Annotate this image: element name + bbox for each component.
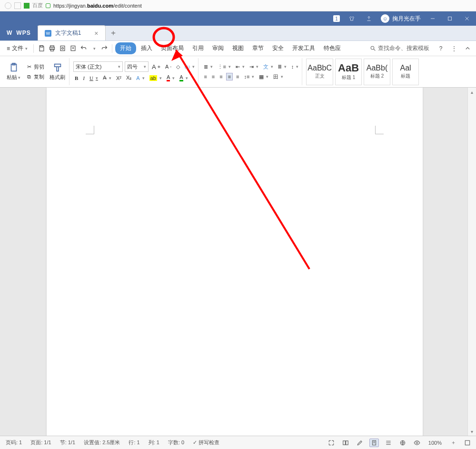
- ribbon-toolbar: 粘贴 ✂剪切 ⧉复制 格式刷 宋体 (正文)▾ 四号▾ A+ A- ◇ ㈥ B …: [0, 56, 476, 88]
- style-heading1[interactable]: AaB标题 1: [335, 59, 362, 85]
- export-icon[interactable]: [68, 43, 78, 54]
- align-justify-button[interactable]: ≡: [226, 73, 233, 80]
- margin-guide-tr: [375, 126, 384, 134]
- phonetic-guide-button[interactable]: ㈥: [183, 63, 196, 71]
- status-section[interactable]: 节: 1/1: [58, 439, 77, 446]
- ribbon-tab-special[interactable]: 特色应: [320, 42, 345, 54]
- redo-icon[interactable]: [99, 43, 109, 54]
- outline-view-icon[interactable]: [384, 439, 393, 447]
- align-combo-button[interactable]: Ⅲ: [277, 63, 288, 70]
- ribbon-group-font: 宋体 (正文)▾ 四号▾ A+ A- ◇ ㈥ B I U A̶ X² X₂ A …: [71, 58, 198, 85]
- collapse-ribbon-icon[interactable]: [463, 43, 472, 54]
- subscript-button[interactable]: X₂: [125, 74, 133, 81]
- web-view-icon[interactable]: [398, 439, 407, 447]
- numbering-button[interactable]: ⋮≡: [216, 63, 232, 70]
- bold-button[interactable]: B: [73, 75, 79, 81]
- font-size-select[interactable]: 四号▾: [125, 61, 149, 72]
- zoom-level[interactable]: 100%: [426, 440, 444, 446]
- app-tab[interactable]: W WPS: [0, 25, 38, 40]
- user-account[interactable]: ☺ 掬月光在手: [381, 14, 421, 23]
- shrink-font-button[interactable]: A-: [164, 63, 173, 70]
- close-button[interactable]: [462, 13, 472, 24]
- file-menu[interactable]: ≡ 文件 ▾: [4, 43, 30, 53]
- status-page-number[interactable]: 页码: 1: [4, 439, 24, 446]
- char-shading-button[interactable]: A: [178, 74, 189, 82]
- grow-font-button[interactable]: A+: [150, 63, 162, 71]
- ribbon-tab-security[interactable]: 安全: [268, 42, 288, 54]
- command-search[interactable]: 查找命令、搜索模板: [367, 43, 432, 53]
- sort-button[interactable]: ↕: [290, 63, 300, 70]
- highlight-button[interactable]: ab: [148, 75, 163, 81]
- print-icon[interactable]: [47, 43, 57, 54]
- save-icon[interactable]: [37, 43, 46, 54]
- italic-button[interactable]: I: [81, 75, 86, 81]
- close-tab-icon[interactable]: ×: [94, 30, 98, 37]
- skin-icon[interactable]: [347, 13, 357, 24]
- copy-button[interactable]: ⧉复制: [24, 73, 46, 81]
- minimize-button[interactable]: [427, 13, 438, 24]
- share-icon[interactable]: [364, 13, 374, 24]
- borders-button[interactable]: 田: [272, 73, 285, 81]
- outdent-button[interactable]: ⇤: [234, 63, 246, 70]
- bullets-button[interactable]: ≣: [202, 63, 214, 70]
- font-name-select[interactable]: 宋体 (正文)▾: [73, 61, 123, 72]
- shading-button[interactable]: ▦: [258, 73, 270, 80]
- scroll-up-icon[interactable]: ▴: [468, 88, 476, 96]
- status-line[interactable]: 行: 1: [127, 439, 141, 446]
- status-column[interactable]: 列: 1: [147, 439, 161, 446]
- align-left-button[interactable]: ≡: [202, 73, 208, 80]
- status-word-count[interactable]: 字数: 0: [166, 439, 186, 446]
- document-tab-1[interactable]: W 文字文稿1 ×: [38, 25, 106, 40]
- status-page[interactable]: 页面: 1/1: [29, 439, 53, 446]
- ribbon-tab-references[interactable]: 引用: [188, 42, 208, 54]
- fit-window-icon[interactable]: [463, 439, 472, 447]
- document-workspace[interactable]: [0, 88, 467, 436]
- underline-button[interactable]: U: [88, 75, 99, 81]
- new-tab-button[interactable]: ＋: [106, 25, 121, 40]
- undo-icon[interactable]: [79, 43, 88, 54]
- clear-format-button[interactable]: ◇: [175, 63, 181, 70]
- status-spellcheck[interactable]: ✓拼写检查: [191, 439, 221, 446]
- ribbon-tab-review[interactable]: 审阅: [208, 42, 228, 54]
- ribbon-tab-sections[interactable]: 章节: [248, 42, 268, 54]
- notification-badge[interactable]: 1: [333, 15, 340, 22]
- maximize-button[interactable]: [445, 13, 455, 24]
- read-view-icon[interactable]: [341, 439, 350, 447]
- line-spacing-button[interactable]: ↕≡: [243, 73, 256, 80]
- text-effects-button[interactable]: A: [135, 75, 146, 81]
- ribbon-tab-insert[interactable]: 插入: [137, 42, 156, 54]
- undo-dropdown[interactable]: [89, 43, 99, 54]
- paste-button[interactable]: 粘贴: [5, 61, 22, 82]
- margin-guide-tl: [86, 126, 94, 134]
- text-direction-button[interactable]: 文: [262, 63, 275, 71]
- ribbon-tab-developer[interactable]: 开发工具: [288, 42, 319, 54]
- font-color-button[interactable]: A: [165, 74, 176, 82]
- style-title[interactable]: Aal标题: [392, 59, 419, 85]
- align-right-button[interactable]: ≡: [218, 73, 224, 80]
- style-heading2[interactable]: AaBb(标题 2: [364, 59, 390, 85]
- cut-button[interactable]: ✂剪切: [24, 63, 46, 71]
- more-icon[interactable]: ⋮: [449, 43, 459, 54]
- vertical-scrollbar[interactable]: ▴ ▾: [467, 88, 476, 436]
- fullscreen-view-icon[interactable]: [327, 439, 336, 447]
- document-page[interactable]: [47, 88, 423, 436]
- print-preview-icon[interactable]: [58, 43, 67, 54]
- eye-view-icon[interactable]: [412, 439, 422, 447]
- help-icon[interactable]: ?: [436, 43, 446, 54]
- indent-button[interactable]: ⇥: [248, 63, 260, 70]
- ribbon-tab-layout[interactable]: 页面布局: [157, 42, 188, 54]
- ribbon-tab-start[interactable]: 开始: [115, 42, 136, 54]
- page-view-icon[interactable]: [369, 439, 379, 447]
- status-position[interactable]: 设置值: 2.5厘米: [82, 439, 122, 446]
- superscript-button[interactable]: X²: [115, 75, 123, 81]
- add-shortcut-icon[interactable]: ＋: [448, 439, 458, 447]
- align-center-button[interactable]: ≡: [210, 73, 216, 80]
- ribbon-tab-view[interactable]: 视图: [228, 42, 248, 54]
- strikethrough-button[interactable]: A̶: [101, 74, 113, 81]
- scroll-down-icon[interactable]: ▾: [468, 427, 476, 436]
- distribute-button[interactable]: ≡: [235, 73, 240, 80]
- write-view-icon[interactable]: [355, 439, 365, 447]
- style-normal[interactable]: AaBbC正文: [306, 59, 333, 85]
- avatar: ☺: [381, 14, 389, 23]
- format-painter-button[interactable]: 格式刷: [48, 61, 67, 82]
